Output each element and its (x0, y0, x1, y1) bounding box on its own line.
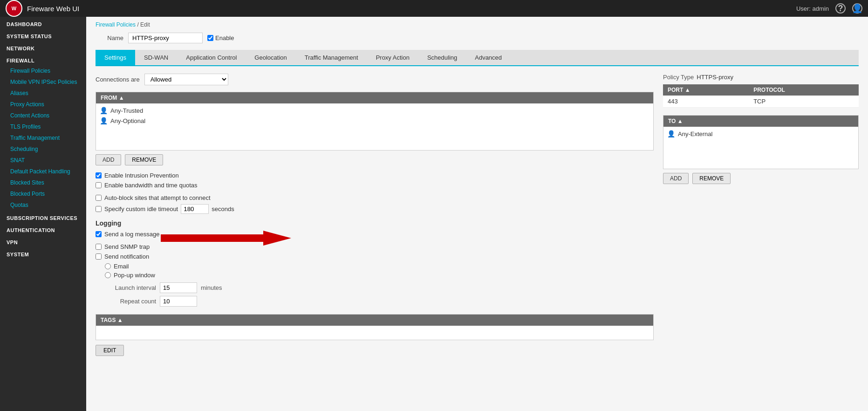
connections-label: Connections are (96, 76, 140, 83)
sidebar-section-system-status[interactable]: SYSTEM STATUS (0, 29, 86, 41)
app-title: Fireware Web UI (27, 5, 79, 13)
launch-interval-input[interactable] (160, 282, 197, 293)
email-radio-row: Email (105, 263, 654, 270)
to-table: TO ▲ 👤 Any-External (663, 115, 859, 169)
sidebar-item-default-packet[interactable]: Default Packet Handling (0, 166, 86, 177)
logging-section: Logging Send a log message (96, 219, 654, 307)
popup-radio[interactable] (105, 272, 111, 278)
sidebar-section-subscription[interactable]: SUBSCRIPTION SERVICES (0, 211, 86, 223)
user-icon-external: 👤 (667, 130, 675, 137)
launch-interval-unit: minutes (201, 284, 222, 291)
sidebar-item-traffic-management[interactable]: Traffic Management (0, 132, 86, 144)
sidebar-item-firewall-policies[interactable]: Firewall Policies (0, 65, 86, 76)
enable-checkbox[interactable] (207, 35, 213, 41)
tags-header: TAGS ▲ (96, 315, 653, 326)
sidebar-item-quotas[interactable]: Quotas (0, 199, 86, 211)
sidebar-item-mobile-vpn[interactable]: Mobile VPN IPSec Policies (0, 76, 86, 88)
sidebar-item-scheduling[interactable]: Scheduling (0, 144, 86, 155)
connections-select[interactable]: Allowed Denied Denied (send reset) (144, 74, 228, 85)
checkboxes-section: Enable Intrusion Prevention Enable bandw… (96, 172, 654, 189)
from-remove-button[interactable]: REMOVE (125, 154, 163, 165)
watchguard-logo: W (6, 0, 22, 17)
form-area: Name Enable Settings SD-WAN Application … (86, 33, 868, 365)
from-add-button[interactable]: ADD (96, 154, 121, 165)
tab-scheduling[interactable]: Scheduling (418, 50, 466, 65)
policy-type-label: Policy Type (663, 74, 694, 81)
intrusion-prevention-checkbox[interactable] (96, 172, 102, 178)
edit-btn-area: EDIT (96, 345, 654, 356)
main-content: Firewall Policies / Edit Name Enable Set… (86, 17, 868, 411)
sidebar-section-network[interactable]: NETWORK (0, 41, 86, 53)
sidebar-item-blocked-sites[interactable]: Blocked Sites (0, 177, 86, 188)
sidebar-item-content-actions[interactable]: Content Actions (0, 110, 86, 121)
auto-block-label: Auto-block sites that attempt to connect (104, 194, 211, 201)
sidebar-item-tls-profiles[interactable]: TLS Profiles (0, 121, 86, 132)
port-protocol-table-wrap: PORT ▲ PROTOCOL 443 TCP (663, 84, 859, 108)
topbar-left: W Fireware Web UI (6, 0, 79, 17)
tab-application-control[interactable]: Application Control (177, 50, 246, 65)
tab-geolocation[interactable]: Geolocation (246, 50, 295, 65)
breadcrumb-link[interactable]: Firewall Policies (96, 21, 136, 28)
topbar-right: User: admin ? 👤 (796, 3, 862, 14)
protocol-value-tcp: TCP (749, 96, 859, 108)
popup-radio-label: Pop-up window (114, 272, 155, 279)
sidebar-section-vpn[interactable]: VPN (0, 235, 86, 247)
tabs-bar: Settings SD-WAN Application Control Geol… (96, 50, 859, 66)
sidebar-section-system[interactable]: SYSTEM (0, 247, 86, 259)
from-table: FROM ▲ 👤 Any-Trusted 👤 Any-Optional (96, 92, 654, 151)
to-wrap: TO ▲ 👤 Any-External ADD (663, 115, 859, 184)
tags-body (96, 326, 653, 340)
sidebar-item-snat[interactable]: SNAT (0, 155, 86, 166)
from-btn-row: ADD REMOVE (96, 154, 654, 165)
tab-settings[interactable]: Settings (96, 50, 135, 65)
sidebar-item-aliases[interactable]: Aliases (0, 88, 86, 99)
user-icon-optional: 👤 (100, 117, 108, 124)
send-snmp-label: Send SNMP trap (104, 243, 150, 250)
account-icon[interactable]: 👤 (852, 3, 862, 14)
tab-traffic-management[interactable]: Traffic Management (296, 50, 367, 65)
to-item-external-label: Any-External (678, 130, 712, 137)
email-radio[interactable] (105, 263, 111, 269)
repeat-count-label: Repeat count (96, 298, 156, 305)
from-item-any-trusted: 👤 Any-Trusted (100, 105, 649, 116)
repeat-count-input[interactable] (160, 296, 197, 307)
settings-content: Connections are Allowed Denied Denied (s… (96, 74, 859, 356)
to-remove-button[interactable]: REMOVE (692, 173, 731, 184)
sidebar-section-authentication[interactable]: AUTHENTICATION (0, 223, 86, 235)
connections-row: Connections are Allowed Denied Denied (s… (96, 74, 654, 85)
auto-block-checkbox[interactable] (96, 195, 102, 201)
send-snmp-row: Send SNMP trap (96, 243, 654, 250)
sidebar-item-proxy-actions[interactable]: Proxy Actions (0, 99, 86, 110)
send-snmp-checkbox[interactable] (96, 244, 102, 250)
enable-label: Enable (215, 34, 234, 41)
tab-sdwan[interactable]: SD-WAN (135, 50, 177, 65)
from-item-optional-label: Any-Optional (110, 117, 145, 124)
sidebar-item-blocked-ports[interactable]: Blocked Ports (0, 188, 86, 199)
edit-button[interactable]: EDIT (96, 345, 124, 356)
name-input[interactable] (128, 33, 203, 43)
custom-idle-row: Specify custom idle timeout seconds (96, 204, 654, 214)
custom-idle-checkbox[interactable] (96, 206, 102, 212)
breadcrumb-separator: / (137, 21, 138, 28)
send-log-checkbox[interactable] (96, 231, 102, 237)
to-item-any-external: 👤 Any-External (667, 129, 854, 139)
policy-type-row: Policy Type HTTPS-proxy (663, 74, 859, 81)
to-table-body: 👤 Any-External (663, 127, 858, 169)
breadcrumb-current: Edit (140, 21, 150, 28)
sidebar-section-dashboard[interactable]: DASHBOARD (0, 17, 86, 29)
popup-radio-row: Pop-up window (105, 272, 654, 279)
to-btn-row: ADD REMOVE (663, 173, 859, 184)
logging-title: Logging (96, 219, 654, 227)
idle-timeout-input[interactable] (181, 204, 209, 214)
launch-interval-label: Launch interval (96, 284, 156, 291)
help-icon[interactable]: ? (835, 3, 846, 14)
tab-proxy-action[interactable]: Proxy Action (367, 50, 418, 65)
to-add-button[interactable]: ADD (663, 173, 689, 184)
bandwidth-quotas-checkbox[interactable] (96, 182, 102, 188)
send-notification-checkbox[interactable] (96, 253, 102, 260)
tab-advanced[interactable]: Advanced (466, 50, 511, 65)
repeat-count-row: Repeat count (96, 296, 654, 307)
arrow-annotation-container: Send a log message (96, 231, 160, 240)
sidebar: DASHBOARD SYSTEM STATUS NETWORK FIREWALL… (0, 17, 86, 411)
right-column: Policy Type HTTPS-proxy PORT ▲ PROTOCOL (663, 74, 859, 356)
